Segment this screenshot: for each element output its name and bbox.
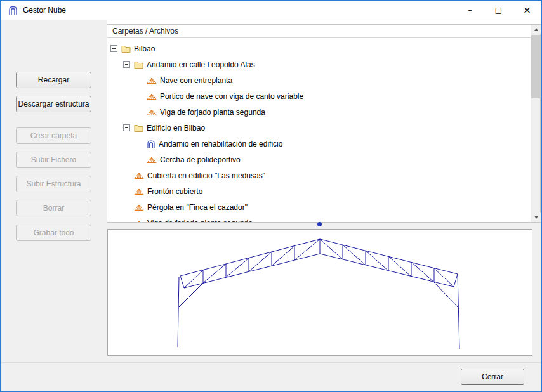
folder-icon — [134, 124, 143, 132]
titlebar: Gestor Nube – □ × — [1, 1, 541, 20]
apex-node-marker[interactable] — [317, 222, 322, 226]
tree-row[interactable]: Frontón cubierto — [107, 183, 531, 199]
tree-body: Bilbao Andamio en calle Leopoldo Alas Na… — [107, 39, 531, 222]
tree-item-label: Frontón cubierto — [147, 187, 202, 196]
collapse-expander-icon[interactable] — [123, 61, 130, 68]
bottom-bar: Cerrar — [1, 362, 541, 391]
close-window-button[interactable]: × — [513, 1, 541, 20]
tree-row[interactable]: Viga de forjado planta segunda — [107, 215, 531, 222]
minimize-button[interactable]: – — [456, 1, 484, 20]
structure-icon — [147, 156, 157, 164]
tree-item-label: Cubierta en edificio "Las medusas" — [147, 171, 265, 180]
structure-icon — [134, 219, 144, 223]
tree-item-label: Edificio en Bilbao — [147, 124, 205, 133]
app-window: Gestor Nube – □ × Recargar Descargar est… — [0, 0, 542, 392]
tree-row[interactable]: Bilbao — [107, 41, 531, 56]
tree-item-label: Portico de nave con viga de canto variab… — [160, 92, 303, 101]
vertical-scrollbar[interactable] — [531, 25, 540, 222]
structure-icon — [147, 77, 157, 84]
window-title: Gestor Nube — [23, 6, 66, 15]
folders-files-panel: Carpetas / Archivos Bilbao Andamio en ca… — [107, 24, 541, 223]
maximize-button[interactable]: □ — [484, 1, 513, 20]
grabar-todo-button[interactable]: Grabar todo — [16, 225, 91, 241]
tree-row[interactable]: Pérgola en "Finca el cazador" — [107, 199, 531, 215]
scrollbar-thumb[interactable] — [531, 35, 541, 98]
scroll-down-icon[interactable] — [531, 212, 541, 222]
structure-icon — [147, 93, 157, 100]
tree-item-label: Cercha de polideportivo — [160, 155, 241, 164]
subir-fichero-button[interactable]: Subir Fichero — [16, 152, 91, 168]
collapse-expander-icon[interactable] — [110, 45, 117, 52]
tree-header: Carpetas / Archivos — [107, 25, 540, 38]
structure-preview-panel — [107, 229, 532, 356]
structure-icon — [134, 204, 144, 211]
collapse-expander-icon[interactable] — [123, 124, 130, 131]
scroll-up-icon[interactable] — [531, 25, 541, 34]
tree-item-label: Nave con entreplanta — [160, 76, 232, 85]
crear-carpeta-button[interactable]: Crear carpeta — [16, 127, 91, 144]
tree-row[interactable]: Viga de forjado planta segunda — [107, 104, 531, 120]
tree-item-label: Andamio en rehabilitación de edificio — [159, 140, 282, 148]
tree-row[interactable]: Portico de nave con viga de canto variab… — [107, 88, 531, 104]
folder-icon — [134, 60, 143, 69]
sidebar: Recargar Descargar estructura Crear carp… — [1, 20, 107, 362]
folder-icon — [121, 44, 131, 53]
tree-row[interactable]: Nave con entreplanta — [107, 72, 531, 88]
main-area: Recargar Descargar estructura Crear carp… — [1, 20, 541, 362]
tree-row[interactable]: Andamio en rehabilitación de edificio — [107, 136, 531, 152]
arch-icon — [147, 140, 155, 148]
tree-item-label: Viga de forjado planta segunda — [160, 108, 265, 117]
tree-row[interactable]: Cercha de polideportivo — [107, 152, 531, 167]
close-button[interactable]: Cerrar — [461, 369, 524, 385]
tree-item-label: Viga de forjado planta segunda — [147, 219, 253, 223]
tree-row[interactable]: Cubierta en edificio "Las medusas" — [107, 167, 531, 183]
tree-item-label: Pérgola en "Finca el cazador" — [147, 203, 248, 212]
tree-item-label: Andamio en calle Leopoldo Alas — [147, 60, 255, 69]
tree-item-label: Bilbao — [134, 44, 155, 53]
subir-estructura-button[interactable]: Subir Estructura — [16, 176, 91, 192]
structure-preview-drawing — [108, 230, 532, 355]
tree-row[interactable]: Edificio en Bilbao — [107, 120, 531, 136]
structure-icon — [147, 108, 157, 116]
borrar-button[interactable]: Borrar — [16, 200, 91, 216]
structure-icon — [134, 188, 144, 195]
recargar-button[interactable]: Recargar — [16, 72, 91, 88]
app-arch-icon — [8, 5, 18, 16]
structure-icon — [134, 172, 144, 180]
descargar-estructura-button[interactable]: Descargar estructura — [16, 96, 91, 112]
tree-row[interactable]: Andamio en calle Leopoldo Alas — [107, 56, 531, 72]
